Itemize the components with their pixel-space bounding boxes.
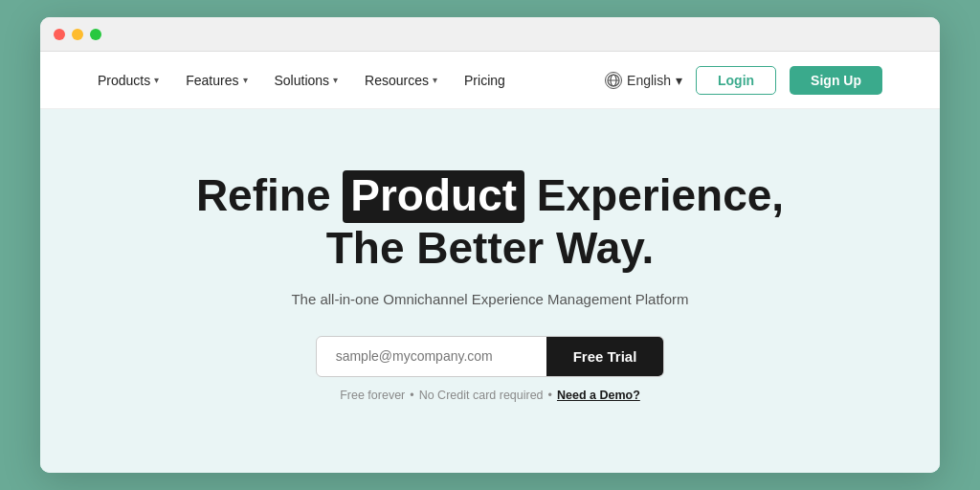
- nav-item-products[interactable]: Products ▾: [98, 73, 159, 88]
- language-selector[interactable]: English ▾: [605, 72, 682, 89]
- fine-print-free: Free forever: [340, 389, 405, 402]
- browser-chrome: [40, 17, 940, 52]
- chevron-down-icon: ▾: [676, 73, 682, 88]
- bullet-1: •: [410, 389, 413, 402]
- title-before: Refine: [196, 170, 331, 220]
- nav-products-label: Products: [98, 73, 150, 88]
- globe-icon: [605, 72, 622, 89]
- hero-section: Refine Product Experience, The Better Wa…: [40, 109, 940, 473]
- nav-item-resources[interactable]: Resources ▾: [365, 73, 437, 88]
- nav-resources-label: Resources: [365, 73, 429, 88]
- chevron-down-icon: ▾: [154, 75, 159, 85]
- nav-features-label: Features: [186, 73, 238, 88]
- maximize-dot[interactable]: [90, 29, 101, 40]
- chevron-down-icon: ▾: [433, 75, 437, 85]
- chevron-down-icon: ▾: [333, 75, 338, 85]
- browser-window: Products ▾ Features ▾ Solutions ▾ Resour…: [40, 17, 940, 473]
- title-highlight: Product: [343, 170, 524, 223]
- chevron-down-icon: ▾: [243, 75, 248, 85]
- page-content: Products ▾ Features ▾ Solutions ▾ Resour…: [40, 52, 940, 473]
- cta-form: Free Trial: [316, 336, 665, 377]
- hero-title: Refine Product Experience, The Better Wa…: [196, 170, 784, 274]
- email-input[interactable]: [317, 337, 546, 376]
- free-trial-button[interactable]: Free Trial: [546, 337, 664, 376]
- language-label: English: [627, 73, 671, 88]
- title-line2: The Better Way.: [326, 223, 655, 273]
- nav-solutions-label: Solutions: [275, 73, 330, 88]
- nav-left: Products ▾ Features ▾ Solutions ▾ Resour…: [98, 73, 505, 88]
- need-demo-link[interactable]: Need a Demo?: [557, 389, 640, 402]
- minimize-dot[interactable]: [72, 29, 83, 40]
- login-button[interactable]: Login: [696, 66, 776, 95]
- bullet-2: •: [548, 389, 552, 402]
- signup-button[interactable]: Sign Up: [790, 66, 882, 95]
- fine-print-no-cc: No Credit card required: [419, 389, 544, 402]
- title-after: Experience,: [537, 170, 784, 220]
- hero-subtitle: The all-in-one Omnichannel Experience Ma…: [291, 291, 688, 307]
- nav-item-features[interactable]: Features ▾: [186, 73, 247, 88]
- fine-print: Free forever • No Credit card required •…: [340, 389, 640, 402]
- nav-item-pricing[interactable]: Pricing: [464, 73, 505, 88]
- navbar: Products ▾ Features ▾ Solutions ▾ Resour…: [40, 52, 940, 109]
- nav-right: English ▾ Login Sign Up: [605, 66, 882, 95]
- close-dot[interactable]: [54, 29, 65, 40]
- nav-item-solutions[interactable]: Solutions ▾: [275, 73, 339, 88]
